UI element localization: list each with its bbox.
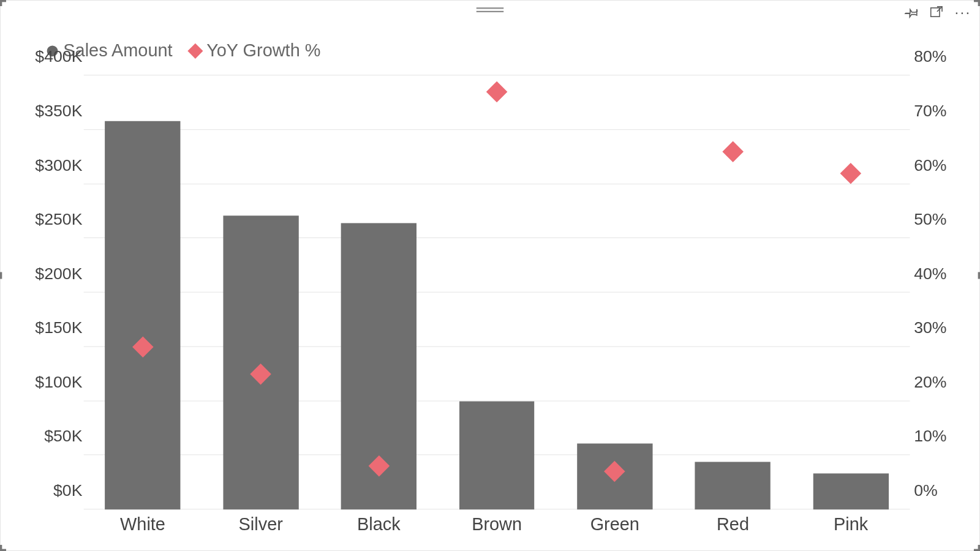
y-right-tick: 30%: [914, 318, 976, 337]
visual-toolbar: ···: [904, 5, 972, 20]
marker-pink[interactable]: [840, 163, 862, 184]
y-right-tick: 50%: [914, 209, 976, 228]
y-right-tick: 20%: [914, 372, 976, 391]
marker-white[interactable]: [132, 336, 154, 358]
y-right-tick: 80%: [914, 47, 976, 66]
marker-brown[interactable]: [486, 81, 508, 103]
y-right-tick: 10%: [914, 427, 976, 446]
y-axis-right: 0%10%20%30%40%50%60%70%80%: [908, 75, 971, 509]
diamond-icon: [188, 43, 203, 58]
y-left-tick: $350K: [9, 101, 82, 120]
y-left-tick: $100K: [9, 372, 82, 391]
selection-handle[interactable]: [0, 272, 2, 279]
marker-green[interactable]: [605, 461, 626, 482]
chart-visual: ··· Sales Amount YoY Growth % $0K$50K$10…: [0, 0, 980, 551]
selection-handle[interactable]: [0, 0, 2, 6]
y-left-tick: $200K: [9, 264, 82, 283]
y-right-tick: 70%: [914, 101, 976, 120]
selection-handle[interactable]: [978, 545, 980, 551]
marker-silver[interactable]: [250, 363, 271, 384]
x-axis: WhiteSilverBlackBrownGreenRedPink: [84, 514, 910, 541]
y-left-tick: $150K: [9, 318, 82, 337]
more-options-icon[interactable]: ···: [953, 6, 972, 18]
legend-label: YoY Growth %: [206, 40, 320, 61]
chart-legend: Sales Amount YoY Growth %: [47, 40, 321, 61]
plot-area: [84, 75, 910, 509]
y-right-tick: 0%: [914, 481, 976, 500]
y-right-tick: 60%: [914, 156, 976, 174]
selection-handle[interactable]: [0, 545, 2, 551]
y-left-tick: $0K: [9, 481, 82, 500]
selection-handle[interactable]: [978, 272, 980, 279]
pin-icon[interactable]: [904, 5, 919, 20]
x-tick: Pink: [834, 514, 868, 534]
svg-rect-0: [930, 8, 939, 17]
x-tick: Brown: [472, 514, 522, 534]
marker-red[interactable]: [722, 141, 744, 162]
combo-chart: $0K$50K$100K$150K$200K$250K$300K$350K$40…: [9, 69, 971, 544]
x-tick: Silver: [239, 514, 283, 534]
y-axis-left: $0K$50K$100K$150K$200K$250K$300K$350K$40…: [9, 75, 82, 509]
y-left-tick: $50K: [9, 427, 82, 446]
y-left-tick: $250K: [9, 209, 82, 228]
x-tick: Green: [590, 514, 639, 534]
y-left-tick: $400K: [9, 47, 82, 66]
x-tick: Red: [717, 514, 749, 534]
focus-mode-icon[interactable]: [929, 5, 943, 20]
x-tick: White: [120, 514, 165, 534]
y-left-tick: $300K: [9, 156, 82, 174]
x-tick: Black: [357, 514, 401, 534]
legend-item-marker[interactable]: YoY Growth %: [190, 40, 320, 61]
drag-handle-icon[interactable]: [477, 7, 503, 14]
y-right-tick: 40%: [914, 264, 976, 283]
marker-black[interactable]: [368, 455, 390, 477]
selection-handle[interactable]: [978, 0, 980, 6]
